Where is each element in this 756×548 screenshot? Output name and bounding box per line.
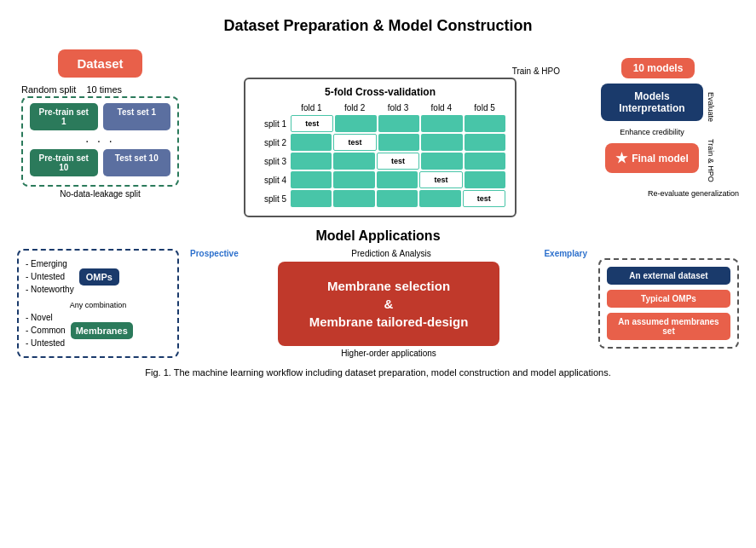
split-4-fold-5 [465,171,505,188]
split-2-fold-4 [421,134,462,151]
right-column: 10 models Models Interpretation Enhance … [577,45,739,198]
split-3-fold-3: test [377,153,419,170]
mid-column: Train & HPO 5-fold Cross-validation fold… [183,45,577,217]
final-model-label: Final model [632,153,689,164]
membrane-selection-line2: Membrane tailored-design [309,314,469,329]
membrane-amp: & [384,297,394,311]
crossval-title: 5-fold Cross-validation [254,86,506,98]
pretrain-set-1: Pre-train set 1 [30,103,98,130]
split-3-fold-4 [421,153,462,170]
split-1-fold-2 [335,115,376,132]
cv-split-2: split 2 test [254,134,506,151]
split-1-fold-1: test [291,115,333,132]
split-5-label: split 5 [254,194,290,204]
any-combination-label: Any combination [26,301,170,309]
typical-omps-box: Typical OMPs [607,290,730,308]
pretrain-set-10: Pre-train set 10 [30,149,98,176]
right-side-labels: Evaluate Train & HPO [707,84,715,182]
split-3-fold-2 [333,153,374,170]
enhance-credibility-label: Enhance credibility [620,128,684,136]
split-1-label: split 1 [254,119,290,129]
star-icon: ★ [615,150,627,166]
top-area: Dataset Random split 10 times Pre-train … [17,45,739,217]
split-1-fold-3 [378,115,419,132]
split-4-fold-2 [333,171,374,188]
membranes-row: - Novel - Common - Untested Membranes [26,311,170,349]
cv-header-row: fold 1 fold 2 fold 3 fold 4 fold 5 [254,103,506,112]
fold-3-header: fold 3 [377,103,420,112]
split-3-label: split 3 [254,157,290,166]
split-2-fold-1 [291,134,332,151]
membranes-list: - Novel - Common - Untested [26,311,66,349]
crossval-container: 5-fold Cross-validation fold 1 fold 2 fo… [244,78,517,217]
final-model-box: ★ Final model [605,143,699,173]
fold-5-header: fold 5 [463,103,506,112]
dots-separator: · · · [30,134,170,147]
split-1-fold-5 [465,115,505,132]
center-top-labels: Prospective Prediction & Analysis Exempl… [186,249,592,258]
re-evaluate-label: Re-evaluate generalization [577,189,739,198]
split-2-label: split 2 [254,138,290,147]
split-5-fold-1 [291,190,332,207]
test-set-10: Test set 10 [103,149,171,176]
membranes-item-1: - Novel [26,311,66,324]
test-set-1: Test set 1 [103,103,171,130]
no-leakage-label: No-data-leakage split [60,189,141,199]
split-4-fold-1 [291,171,332,188]
fold-2-header: fold 2 [333,103,377,112]
prediction-analysis-label: Prediction & Analysis [351,249,430,258]
cv-split-3: split 3 test [254,153,506,170]
right-boxes: Models Interpretation Enhance credibilit… [601,84,703,173]
split-3-fold-5 [465,153,505,170]
split-5-fold-2 [333,190,374,207]
set-row-10: Pre-train set 10 Test set 10 [30,149,170,176]
split-2-fold-5 [465,134,505,151]
cv-split-4: split 4 test [254,171,506,188]
applications-title: Model Applications [17,228,739,244]
bottom-left-box: - Emerging - Untested - Noteworthy OMPs … [17,249,179,358]
models-10-box: 10 models [621,58,695,78]
dataset-box: Dataset [58,49,141,78]
exemplary-label: Exemplary [544,249,587,258]
split-3-fold-1 [291,153,332,170]
cv-label-empty [254,103,290,112]
split-5-fold-5: test [463,190,505,207]
membranes-badge: Membranes [71,322,133,339]
random-split-text: Random split [21,84,76,95]
cv-split-1: split 1 test [254,115,506,132]
bottom-section: - Emerging - Untested - Noteworthy OMPs … [17,249,739,358]
omps-row: - Emerging - Untested - Noteworthy OMPs [26,257,170,296]
split-4-fold-4: test [419,171,462,188]
assumed-membranes-box: An assumed membranes set [607,313,730,340]
random-split-label: Random split 10 times [21,84,179,95]
times-label: 10 times [86,84,122,95]
sets-container: Pre-train set 1 Test set 1 · · · Pre-tra… [21,96,179,187]
prospective-label: Prospective [190,249,239,258]
cv-split-5: split 5 test [254,190,506,207]
train-hpo-side-label: Train & HPO [707,139,715,182]
external-dataset-box: An external dataset [607,267,730,285]
split-5-fold-3 [377,190,418,207]
membrane-selection-box: Membrane selection & Membrane tailored-d… [278,262,499,346]
set-row-1: Pre-train set 1 Test set 1 [30,103,170,130]
fig-caption: Fig. 1. The machine learning workflow in… [17,366,739,379]
main-container: Dataset Preparation & Model Construction… [17,9,739,388]
split-4-fold-3 [377,171,418,188]
omps-list: - Emerging - Untested - Noteworthy [26,257,74,296]
split-2-fold-2: test [333,134,376,151]
omps-badge: OMPs [79,268,119,286]
left-column: Dataset Random split 10 times Pre-train … [17,45,183,199]
higher-order-label: Higher-order applications [341,349,436,358]
membranes-item-2: - Common [26,324,66,337]
right-inner: Models Interpretation Enhance credibilit… [601,84,715,182]
models-interp-box: Models Interpretation [601,84,703,121]
fold-1-header: fold 1 [290,103,333,112]
fold-4-header: fold 4 [419,103,463,112]
bottom-right-box: An external dataset Typical OMPs An assu… [598,258,739,349]
omps-item-3: - Noteworthy [26,283,74,296]
split-2-fold-3 [378,134,419,151]
omps-item-2: - Untested [26,270,74,283]
split-4-label: split 4 [254,176,290,185]
bottom-center: Prospective Prediction & Analysis Exempl… [186,249,592,358]
split-5-fold-4 [419,190,460,207]
